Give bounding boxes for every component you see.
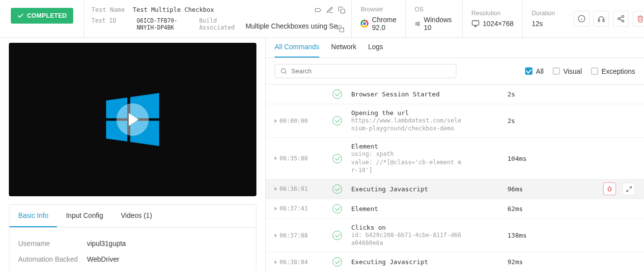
username-row: Username vipul31gupta — [18, 236, 247, 251]
command-duration: 2s — [507, 90, 552, 98]
svg-line-12 — [619, 19, 622, 21]
success-icon — [333, 184, 342, 194]
build-assoc-label: BuildAssociated — [199, 17, 234, 31]
svg-rect-15 — [609, 187, 611, 191]
svg-rect-0 — [340, 9, 344, 13]
os-label: OS — [415, 6, 453, 13]
tab-network[interactable]: Network — [331, 43, 356, 58]
checkbox-all[interactable] — [525, 67, 532, 75]
svg-rect-1 — [340, 28, 344, 32]
duration-value: 12s — [532, 20, 555, 28]
svg-rect-6 — [598, 19, 600, 22]
build-assoc-value: Multiple Checkboxes using Se… — [246, 17, 345, 30]
backed-row: Automation Backed WebDriver — [18, 251, 247, 267]
play-marker-icon — [275, 187, 277, 191]
command-body: Executing Javascript — [351, 253, 507, 271]
command-body: Opening the url https://www.lambdatest.c… — [351, 104, 507, 137]
build-copy-icon[interactable] — [337, 25, 344, 32]
commands-list[interactable]: Browser Session Started 2s 00:00:00 Open… — [266, 85, 644, 271]
play-icon — [129, 113, 139, 126]
os-cell: OS Windows 10 — [406, 0, 463, 37]
copy-icon[interactable] — [337, 6, 345, 14]
headphones-button[interactable] — [593, 11, 609, 27]
command-body: Element — [351, 200, 507, 217]
tab-input-config[interactable]: Input Config — [57, 205, 112, 227]
browser-cell: Browser Chrome 92.0 — [352, 0, 406, 37]
timestamp[interactable]: 06:35:88 — [275, 155, 333, 162]
os-value: Windows 10 — [415, 16, 453, 31]
right-tabs: All Commands Network Logs — [266, 38, 644, 58]
backed-label: Automation Backed — [18, 255, 87, 263]
command-row[interactable]: 06:36:91 Executing Javascript 96ms — [266, 180, 644, 199]
test-meta: Test Name Test Multiple Checkbox Test ID… — [84, 0, 351, 37]
filter-visual[interactable]: Visual — [553, 67, 582, 75]
tab-all-commands[interactable]: All Commands — [275, 43, 319, 58]
left-column: Basic Info Input Config Videos (1) Usern… — [0, 38, 265, 271]
expand-button[interactable] — [622, 182, 635, 195]
timestamp[interactable]: 06:37:88 — [275, 232, 333, 239]
checkbox-visual[interactable] — [553, 67, 560, 75]
bug-button[interactable] — [603, 182, 616, 195]
tab-logs[interactable]: Logs — [368, 43, 383, 58]
username-label: Username — [18, 240, 87, 247]
basic-info-list: Username vipul31gupta Automation Backed … — [9, 228, 256, 271]
command-duration: 2s — [507, 117, 552, 124]
resolution-value: 1024×768 — [472, 20, 514, 28]
command-duration: 104ms — [507, 155, 552, 162]
command-row[interactable]: 06:38:84 Executing Javascript 92ms — [266, 252, 644, 271]
timestamp[interactable]: 06:37:41 — [275, 205, 333, 212]
command-row[interactable]: Browser Session Started 2s — [266, 85, 644, 104]
test-id-value: O6ICD-TFB70-NNYIH-DP4BK — [137, 17, 181, 31]
chrome-icon — [361, 20, 368, 28]
right-column: All Commands Network Logs All Visual — [265, 38, 644, 271]
command-row[interactable]: 06:35:88 Element using: xpath value: //*… — [266, 138, 644, 180]
bug-icon — [606, 185, 613, 192]
command-body: Clicks on id: b429c208-6b71-4cbe-811f-d6… — [351, 219, 507, 252]
filter-exceptions[interactable]: Exceptions — [591, 67, 635, 75]
timestamp[interactable]: 06:38:84 — [275, 259, 333, 266]
status-badge: COMPLETED — [11, 8, 73, 24]
tab-videos[interactable]: Videos (1) — [112, 205, 161, 227]
body: Basic Info Input Config Videos (1) Usern… — [0, 38, 644, 271]
success-icon — [333, 90, 342, 99]
checkbox-exceptions[interactable] — [591, 67, 598, 75]
play-marker-icon — [275, 260, 277, 264]
windows-icon — [415, 20, 420, 28]
left-panel: Basic Info Input Config Videos (1) Usern… — [9, 204, 256, 271]
success-icon — [333, 204, 342, 213]
command-duration: 92ms — [507, 258, 552, 266]
svg-rect-2 — [472, 21, 478, 25]
meta-actions — [314, 6, 345, 14]
command-body: Executing Javascript — [351, 181, 507, 198]
search-input[interactable] — [291, 67, 451, 75]
expand-icon — [626, 186, 632, 192]
edit-icon[interactable] — [326, 6, 334, 14]
test-name-label: Test Name — [91, 6, 126, 13]
tab-basic-info[interactable]: Basic Info — [9, 205, 57, 227]
search-box[interactable] — [275, 64, 456, 78]
play-marker-icon — [275, 156, 277, 160]
command-row[interactable]: 06:37:88 Clicks on id: b429c208-6b71-4cb… — [266, 219, 644, 252]
share-button[interactable] — [613, 11, 629, 27]
play-marker-icon — [275, 234, 277, 238]
left-tabs: Basic Info Input Config Videos (1) — [9, 205, 256, 228]
success-icon — [333, 116, 342, 125]
timestamp[interactable]: 00:00:00 — [275, 118, 333, 124]
filter-all[interactable]: All — [525, 67, 544, 75]
svg-point-13 — [281, 69, 286, 73]
success-icon — [333, 257, 342, 267]
browser-value: Chrome 92.0 — [361, 16, 396, 31]
env-group: Browser Chrome 92.0 OS Windows 10 Resolu… — [351, 0, 564, 37]
info-button[interactable] — [574, 11, 589, 27]
svg-rect-7 — [603, 19, 604, 22]
status-wrap: COMPLETED — [0, 0, 84, 37]
filters: All Visual Exceptions — [464, 67, 635, 75]
svg-line-11 — [619, 17, 622, 18]
play-button[interactable] — [116, 103, 149, 136]
command-row[interactable]: 00:00:00 Opening the url https://www.lam… — [266, 104, 644, 138]
video-player[interactable] — [9, 43, 256, 196]
tag-icon[interactable] — [314, 6, 322, 14]
timestamp[interactable]: 06:36:91 — [275, 185, 333, 192]
delete-button[interactable] — [633, 11, 644, 27]
command-row[interactable]: 06:37:41 Element 62ms — [266, 199, 644, 219]
